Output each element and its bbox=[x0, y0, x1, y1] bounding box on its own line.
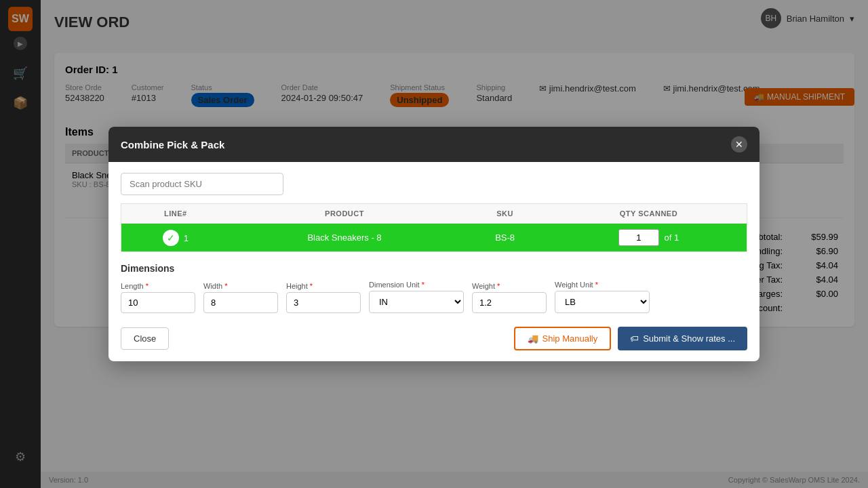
submit-show-rates-button[interactable]: 🏷 Submit & Show rates ... bbox=[618, 327, 747, 350]
width-label: Width * bbox=[203, 282, 278, 290]
pick-product-name: Black Sneakers - 8 bbox=[230, 224, 460, 252]
modal-header: Combine Pick & Pack ✕ bbox=[108, 127, 760, 162]
dim-unit-select[interactable]: IN CM MM bbox=[369, 291, 464, 313]
pick-line-number: 1 bbox=[184, 233, 189, 243]
pick-col-line: LINE# bbox=[121, 204, 230, 224]
height-input[interactable] bbox=[286, 292, 361, 313]
scan-input-row bbox=[121, 173, 747, 195]
qty-scanned-input[interactable] bbox=[618, 229, 659, 246]
modal-title: Combine Pick & Pack bbox=[121, 139, 224, 150]
truck-icon-modal: 🚚 bbox=[528, 333, 538, 344]
height-group: Height * bbox=[286, 282, 361, 313]
pick-col-qty: QTY SCANNED bbox=[551, 204, 747, 224]
ship-manually-button[interactable]: 🚚 Ship Manually bbox=[514, 327, 612, 350]
footer-right-buttons: 🚚 Ship Manually 🏷 Submit & Show rates ..… bbox=[514, 327, 748, 350]
dimensions-title: Dimensions bbox=[121, 263, 747, 274]
weight-unit-label: Weight Unit * bbox=[555, 281, 650, 289]
modal-close-button[interactable]: ✕ bbox=[731, 136, 747, 152]
dim-unit-group: Dimension Unit * IN CM MM bbox=[369, 281, 464, 313]
height-label: Height * bbox=[286, 282, 361, 290]
tag-icon: 🏷 bbox=[630, 333, 639, 344]
pick-col-sku: SKU bbox=[459, 204, 551, 224]
close-button[interactable]: Close bbox=[121, 327, 169, 350]
weight-input[interactable] bbox=[472, 292, 547, 313]
width-group: Width * bbox=[203, 282, 278, 313]
width-input[interactable] bbox=[203, 292, 278, 313]
weight-group: Weight * bbox=[472, 282, 547, 313]
dim-unit-label: Dimension Unit * bbox=[369, 281, 464, 289]
pick-sku: BS-8 bbox=[459, 224, 551, 252]
success-check-icon: ✓ bbox=[163, 230, 179, 246]
weight-label: Weight * bbox=[472, 282, 547, 290]
modal-combine-pick-pack: Combine Pick & Pack ✕ LINE# PRODUCT SKU … bbox=[108, 127, 760, 361]
modal-footer: Close 🚚 Ship Manually 🏷 Submit & Show ra… bbox=[121, 327, 747, 350]
length-group: Length * bbox=[121, 282, 195, 313]
weight-unit-group: Weight Unit * LB KG OZ bbox=[555, 281, 650, 313]
length-label: Length * bbox=[121, 282, 195, 290]
modal-body: LINE# PRODUCT SKU QTY SCANNED ✓ 1 Black … bbox=[108, 162, 760, 361]
pick-table-row: ✓ 1 Black Sneakers - 8 BS-8 of 1 bbox=[121, 224, 747, 252]
scan-sku-input[interactable] bbox=[121, 173, 283, 195]
dimensions-row: Length * Width * Height * bbox=[121, 281, 747, 313]
weight-unit-select[interactable]: LB KG OZ bbox=[555, 291, 650, 313]
dimensions-section: Dimensions Length * Width * Height bbox=[121, 263, 747, 313]
pick-col-product: PRODUCT bbox=[230, 204, 460, 224]
pick-table: LINE# PRODUCT SKU QTY SCANNED ✓ 1 Black … bbox=[121, 203, 747, 252]
length-input[interactable] bbox=[121, 292, 195, 313]
qty-of-label: of 1 bbox=[664, 232, 679, 243]
